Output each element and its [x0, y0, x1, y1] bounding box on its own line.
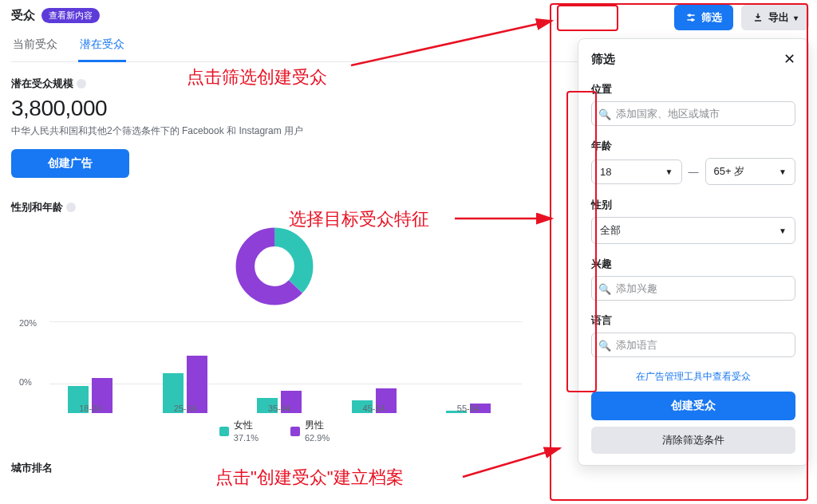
chart-legend: 女性 37.1% 男性 62.9% [11, 419, 538, 443]
location-input[interactable] [591, 101, 795, 126]
search-icon: 🔍 [598, 339, 611, 351]
interest-label: 兴趣 [591, 257, 795, 271]
create-audience-button[interactable]: 创建受众 [591, 392, 795, 420]
chevron-down-icon: ▼ [665, 167, 673, 176]
filter-panel-title: 筛选 [591, 52, 615, 67]
x-tick: 55-64 [444, 404, 492, 413]
chevron-down-icon: ▾ [794, 14, 798, 22]
tab-potential-audience[interactable]: 潜在受众 [78, 33, 126, 62]
sliders-icon [685, 12, 697, 23]
tab-current-audience[interactable]: 当前受众 [11, 33, 59, 61]
y-tick-0: 0% [19, 377, 32, 387]
interest-input[interactable] [591, 276, 795, 301]
age-to-select[interactable]: 65+ 岁▼ [705, 158, 796, 185]
search-icon: 🔍 [598, 108, 611, 120]
age-label: 年龄 [591, 139, 795, 153]
legend-female-label: 女性 [234, 419, 253, 432]
export-button[interactable]: 导出 ▾ [741, 5, 809, 30]
gender-select[interactable]: 全部▼ [591, 217, 795, 244]
page-title: 受众 [11, 8, 35, 23]
filter-button[interactable]: 筛选 [674, 5, 733, 30]
clear-filters-button[interactable]: 清除筛选条件 [591, 427, 795, 454]
svg-point-3 [689, 14, 690, 16]
x-tick: 18-24 [66, 404, 114, 413]
location-label: 位置 [591, 82, 795, 96]
x-tick: 45-54 [350, 404, 398, 413]
y-tick-20: 20% [19, 318, 37, 328]
audience-size-label: 潜在受众规模 [11, 77, 73, 91]
legend-male-pct: 62.9% [305, 432, 330, 443]
x-tick: 35-44 [255, 404, 303, 413]
gender-label: 性别 [591, 198, 795, 212]
new-content-badge[interactable]: 查看新内容 [41, 8, 100, 23]
svg-point-5 [692, 19, 693, 21]
search-icon: 🔍 [598, 282, 611, 294]
language-label: 语言 [591, 313, 795, 328]
demographics-label: 性别和年龄 [11, 200, 63, 215]
legend-male-swatch [290, 427, 300, 436]
create-ad-button[interactable]: 创建广告 [11, 149, 129, 178]
info-icon[interactable] [66, 203, 76, 212]
view-in-ads-manager-link[interactable]: 在广告管理工具中查看受众 [591, 370, 795, 384]
age-separator: — [689, 166, 699, 178]
legend-female-pct: 37.1% [234, 432, 259, 443]
age-gender-bar-chart: 20% 0% 18-2425-3435-4445-5455-64 [11, 321, 522, 413]
chevron-down-icon: ▼ [779, 167, 787, 176]
chevron-down-icon: ▼ [779, 226, 787, 235]
age-from-select[interactable]: 18▼ [591, 159, 682, 184]
language-input[interactable] [591, 333, 795, 357]
legend-female-swatch [219, 427, 229, 436]
filter-panel: 筛选 ✕ 位置 🔍 年龄 18▼ — 65+ 岁▼ 性别 全部▼ 兴趣 🔍 [578, 38, 809, 466]
close-icon[interactable]: ✕ [783, 50, 795, 68]
legend-male-label: 男性 [305, 419, 324, 432]
x-tick: 25-34 [161, 404, 209, 413]
info-icon[interactable] [77, 79, 86, 89]
gender-donut-chart [231, 222, 318, 310]
download-icon [752, 12, 764, 23]
